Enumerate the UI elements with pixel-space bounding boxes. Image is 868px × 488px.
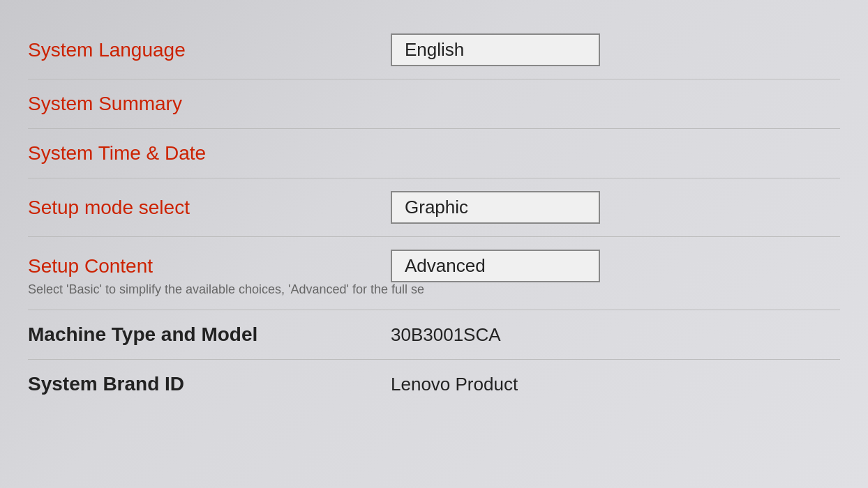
- value-container-machine-type-model: 30B3001SCA: [391, 324, 840, 346]
- value-box-system-language[interactable]: English: [391, 33, 600, 66]
- settings-row-system-language[interactable]: System LanguageEnglish: [28, 21, 840, 79]
- settings-row-setup-mode-select[interactable]: Setup mode selectGraphic: [28, 178, 840, 236]
- settings-row-setup-content[interactable]: Setup ContentAdvancedSelect 'Basic' to s…: [28, 237, 840, 310]
- settings-row-system-brand-id: System Brand IDLenovo Product: [28, 360, 840, 409]
- label-machine-type-model: Machine Type and Model: [28, 323, 391, 346]
- settings-row-system-time-date: System Time & Date: [28, 129, 840, 178]
- value-container-system-brand-id: Lenovo Product: [391, 374, 840, 395]
- label-system-time-date: System Time & Date: [28, 142, 391, 165]
- settings-row-machine-type-model: Machine Type and Model30B3001SCA: [28, 310, 840, 359]
- description-setup-content: Select 'Basic' to simplify the available…: [28, 280, 840, 304]
- label-setup-mode-select: Setup mode select: [28, 197, 391, 219]
- label-setup-content: Setup Content: [28, 255, 391, 277]
- value-box-setup-content[interactable]: Advanced: [391, 250, 600, 282]
- settings-row-system-summary: System Summary: [28, 79, 840, 128]
- value-container-system-language: English: [391, 33, 840, 66]
- value-container-setup-content: Advanced: [391, 250, 840, 282]
- label-system-language: System Language: [28, 39, 391, 61]
- value-box-setup-mode-select[interactable]: Graphic: [391, 191, 600, 224]
- label-system-brand-id: System Brand ID: [28, 373, 391, 395]
- label-system-summary: System Summary: [28, 93, 391, 115]
- value-container-setup-mode-select: Graphic: [391, 191, 840, 224]
- settings-panel: System LanguageEnglishSystem SummarySyst…: [0, 0, 868, 488]
